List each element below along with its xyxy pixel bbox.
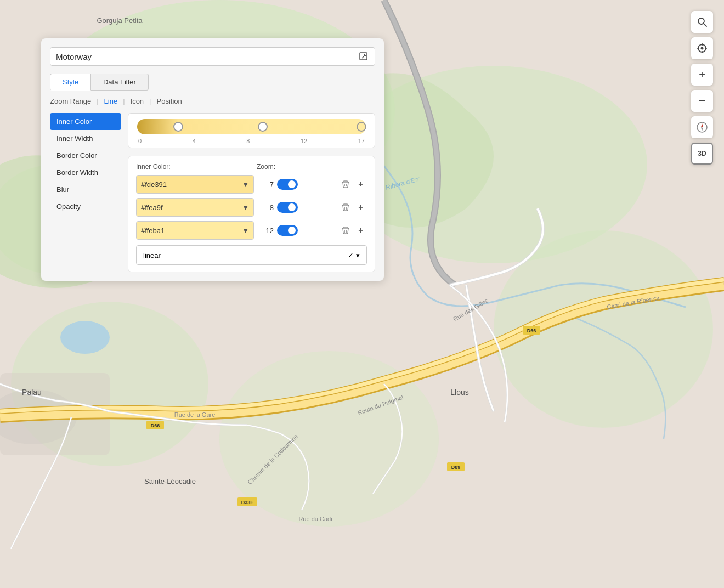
- interpolation-dropdown-icon: ✓ ▾: [348, 251, 360, 259]
- locate-button[interactable]: [691, 37, 713, 59]
- svg-text:Rue du Cadi: Rue du Cadi: [298, 516, 332, 522]
- subnav-line[interactable]: Line: [104, 97, 118, 105]
- subnav-position[interactable]: Position: [156, 97, 182, 105]
- threed-label: 3D: [698, 150, 706, 157]
- tick-12: 12: [301, 138, 307, 144]
- add-row-2[interactable]: +: [355, 201, 367, 213]
- prop-border-color[interactable]: Border Color: [50, 147, 121, 164]
- color-section: Inner Color: Zoom: #fde391 ▼ 7: [128, 156, 375, 272]
- color-value-1: #fde391: [141, 180, 242, 189]
- toggle-3[interactable]: [277, 225, 298, 236]
- tick-4: 4: [193, 138, 196, 144]
- add-row-1[interactable]: +: [355, 178, 367, 190]
- zoom-value-2: 8: [258, 203, 274, 212]
- scale-ticks: 0 4 8 12 17: [137, 138, 366, 144]
- row-actions-1: +: [340, 178, 367, 190]
- row-actions-2: +: [340, 201, 367, 213]
- map-controls: + − 3D: [691, 11, 713, 165]
- prop-opacity[interactable]: Opacity: [50, 198, 121, 215]
- edit-icon[interactable]: [358, 51, 369, 62]
- style-panel: Motorway Style Data Filter Zoom Range | …: [41, 38, 384, 281]
- color-dropdown-icon-1: ▼: [242, 180, 249, 189]
- zoom-in-button[interactable]: +: [691, 64, 713, 86]
- tab-style[interactable]: Style: [50, 74, 91, 91]
- svg-text:D89: D89: [451, 465, 461, 470]
- delete-row-3[interactable]: [340, 224, 352, 236]
- gradient-bar[interactable]: [137, 119, 366, 134]
- header-color: Inner Color:: [136, 163, 257, 171]
- section-headers: Inner Color: Zoom:: [136, 163, 367, 171]
- gradient-handle-2[interactable]: [258, 122, 268, 132]
- subnav-sep-2: |: [123, 97, 125, 105]
- zoom-value-1: 7: [258, 180, 274, 189]
- row-actions-3: +: [340, 224, 367, 236]
- zoom-value-3: 12: [258, 227, 274, 235]
- tick-8: 8: [246, 138, 250, 144]
- color-select-2[interactable]: #ffea9f ▼: [136, 198, 254, 217]
- svg-text:D66: D66: [527, 328, 536, 333]
- color-row-3: #ffeba1 ▼ 12 +: [136, 221, 367, 240]
- prop-border-width[interactable]: Border Width: [50, 164, 121, 181]
- threed-button[interactable]: 3D: [691, 143, 713, 165]
- interpolation-row: linear ✓ ▾: [136, 245, 367, 265]
- zoom-out-button[interactable]: −: [691, 90, 713, 112]
- svg-point-9: [60, 321, 110, 354]
- svg-text:D66: D66: [151, 423, 160, 428]
- prop-blur[interactable]: Blur: [50, 181, 121, 198]
- color-dropdown-icon-3: ▼: [242, 227, 249, 235]
- svg-text:D33E: D33E: [241, 500, 254, 505]
- color-dropdown-icon-2: ▼: [242, 203, 249, 212]
- search-button[interactable]: [691, 11, 713, 33]
- subnav-sep-3: |: [149, 97, 151, 105]
- prop-inner-color[interactable]: Inner Color: [50, 113, 121, 130]
- zoom-wrap-3: 12: [258, 225, 335, 236]
- tick-17: 17: [358, 138, 365, 144]
- svg-point-32: [701, 47, 704, 50]
- add-row-3[interactable]: +: [355, 224, 367, 236]
- subnav-icon[interactable]: Icon: [131, 97, 144, 105]
- property-list: Inner Color Inner Width Border Color Bor…: [50, 113, 121, 272]
- svg-text:Palau: Palau: [22, 388, 42, 397]
- interpolation-label: linear: [143, 251, 161, 259]
- right-panel: 0 4 8 12 17 Inner Color: Zoom: #fde391: [128, 113, 375, 272]
- gradient-bar-container: 0 4 8 12 17: [128, 113, 375, 148]
- layer-title: Motorway: [56, 52, 358, 61]
- subnav-bar: Zoom Range | Line | Icon | Position: [50, 97, 375, 105]
- svg-text:Gorguja Petita: Gorguja Petita: [97, 16, 143, 25]
- gradient-handle-3[interactable]: [357, 122, 366, 132]
- svg-text:Llous: Llous: [450, 388, 468, 397]
- zoom-wrap-2: 8: [258, 202, 335, 213]
- color-select-1[interactable]: #fde391 ▼: [136, 175, 254, 194]
- tick-0: 0: [138, 138, 142, 144]
- header-zoom: Zoom:: [257, 163, 367, 171]
- color-select-3[interactable]: #ffeba1 ▼: [136, 221, 254, 240]
- compass-button[interactable]: [691, 116, 713, 138]
- color-row-2: #ffea9f ▼ 8 +: [136, 198, 367, 217]
- tab-data-filter[interactable]: Data Filter: [91, 74, 149, 91]
- subnav-zoom-range[interactable]: Zoom Range: [50, 97, 91, 105]
- delete-row-1[interactable]: [340, 178, 352, 190]
- content-area: Inner Color Inner Width Border Color Bor…: [50, 113, 375, 272]
- delete-row-2[interactable]: [340, 201, 352, 213]
- interpolation-select[interactable]: linear ✓ ▾: [136, 245, 367, 265]
- toggle-2[interactable]: [277, 202, 298, 213]
- zoom-wrap-1: 7: [258, 179, 335, 190]
- color-row-1: #fde391 ▼ 7 +: [136, 175, 367, 194]
- svg-point-30: [698, 18, 704, 24]
- prop-inner-width[interactable]: Inner Width: [50, 130, 121, 147]
- gradient-handle-1[interactable]: [173, 122, 183, 132]
- color-value-2: #ffea9f: [141, 203, 242, 212]
- title-bar: Motorway: [50, 47, 375, 66]
- svg-text:Sainte-Léocadie: Sainte-Léocadie: [144, 477, 196, 485]
- color-value-3: #ffeba1: [141, 227, 242, 235]
- tab-bar: Style Data Filter: [50, 74, 375, 91]
- subnav-sep-1: |: [97, 97, 98, 105]
- svg-text:Rue de la Gare: Rue de la Gare: [174, 411, 216, 418]
- toggle-1[interactable]: [277, 179, 298, 190]
